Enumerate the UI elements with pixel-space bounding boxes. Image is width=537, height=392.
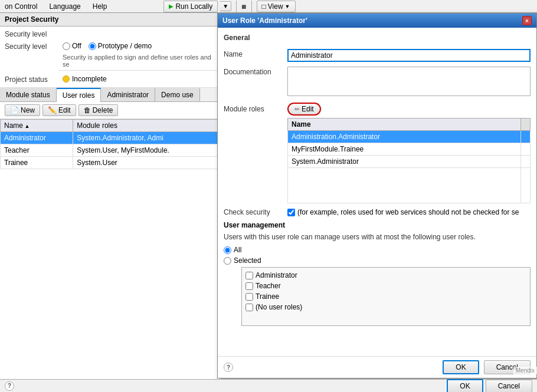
row-name: Administrator bbox=[1, 132, 73, 144]
user-management-section: User management Users with this user rol… bbox=[224, 221, 531, 326]
general-section-title: General bbox=[224, 34, 531, 42]
view-icon: □ bbox=[262, 2, 266, 11]
row-roles: System.Administrator, Admi bbox=[73, 132, 221, 144]
row-name: Trainee bbox=[1, 157, 73, 169]
documentation-field bbox=[287, 67, 531, 98]
check-security-checkbox[interactable] bbox=[287, 209, 295, 216]
role-name: MyFirstModule.Trainee bbox=[288, 143, 521, 156]
edit-label: Edit bbox=[58, 106, 71, 114]
tab-administrator[interactable]: Administrator bbox=[101, 88, 155, 101]
radio-off[interactable]: Off bbox=[63, 42, 81, 50]
security-level-field-label: Security level bbox=[5, 41, 58, 51]
delete-icon: 🗑 bbox=[84, 106, 91, 114]
module-roles-table: Name Administration.Administrator MyFirs… bbox=[287, 118, 531, 203]
radio-all-row: All bbox=[224, 246, 531, 254]
left-panel-bottom-bar: ? bbox=[0, 379, 221, 392]
stop-button[interactable]: ■ bbox=[241, 2, 246, 11]
outer-cancel-button[interactable]: Cancel bbox=[486, 380, 532, 393]
role-name: Administration.Administrator bbox=[288, 131, 521, 143]
checkbox-no-roles-input[interactable] bbox=[245, 304, 253, 311]
run-locally-button[interactable]: ▶ Run Locally bbox=[163, 1, 218, 12]
module-roles-section: Module roles ✏ Edit Name bbox=[224, 103, 531, 203]
new-icon: 📄 bbox=[10, 106, 19, 114]
menu-language[interactable]: Language bbox=[47, 1, 83, 12]
radio-all-input[interactable] bbox=[224, 246, 231, 254]
name-input[interactable] bbox=[287, 49, 531, 62]
project-status-label: Project status bbox=[5, 74, 58, 84]
radio-prototype-label: Prototype / demo bbox=[98, 42, 152, 50]
tab-demo-use[interactable]: Demo use bbox=[155, 88, 200, 101]
project-status-indicator: Incomplete bbox=[63, 75, 107, 83]
tabs: Module status User roles Administrator D… bbox=[0, 88, 221, 102]
dialog-title: User Role 'Administrator' bbox=[222, 17, 307, 25]
menu-help[interactable]: Help bbox=[90, 1, 110, 12]
new-label: New bbox=[21, 106, 35, 114]
view-button[interactable]: □ View ▼ bbox=[257, 1, 296, 12]
checkbox-trainee: Trainee bbox=[245, 292, 526, 301]
row-roles: System.User, MyFirstModule. bbox=[73, 144, 221, 157]
ok-button[interactable]: OK bbox=[443, 360, 479, 374]
name-label: Name bbox=[224, 49, 283, 58]
roles-table-row[interactable]: MyFirstModule.Trainee bbox=[288, 143, 531, 156]
toolbar-separator bbox=[236, 1, 237, 12]
status-dot bbox=[63, 75, 70, 83]
radio-off-label: Off bbox=[72, 42, 81, 50]
toolbar-separator2 bbox=[251, 1, 252, 12]
view-label: View bbox=[268, 2, 283, 11]
edit-button[interactable]: ✏️ Edit bbox=[42, 104, 76, 116]
edit-pencil-icon: ✏ bbox=[294, 106, 300, 113]
name-row: Name bbox=[224, 49, 531, 62]
col-module-roles-header[interactable]: Module roles bbox=[73, 120, 221, 132]
checkbox-no-roles: (No user roles) bbox=[245, 303, 526, 311]
run-dropdown-button[interactable]: ▼ bbox=[220, 1, 231, 11]
checkbox-trainee-input[interactable] bbox=[245, 293, 253, 301]
menu-bar: on Control Language Help ▶ Run Locally ▼… bbox=[0, 0, 537, 13]
dialog-body: General Name Documentation Module roles … bbox=[218, 28, 536, 356]
play-icon: ▶ bbox=[169, 3, 173, 9]
radio-off-input[interactable] bbox=[63, 42, 70, 50]
menu-on-control[interactable]: on Control bbox=[2, 1, 40, 12]
edit-icon: ✏️ bbox=[48, 106, 57, 114]
documentation-label: Documentation bbox=[224, 67, 283, 76]
tab-module-status[interactable]: Module status bbox=[0, 88, 57, 101]
roles-col-scroll bbox=[521, 118, 531, 131]
user-mgmt-title: User management bbox=[224, 221, 531, 229]
module-roles-edit-button[interactable]: ✏ Edit bbox=[287, 103, 321, 116]
user-mgmt-desc: Users with this user role can manage use… bbox=[224, 233, 531, 241]
delete-button[interactable]: 🗑 Delete bbox=[78, 104, 119, 116]
checkbox-administrator-label: Administrator bbox=[256, 271, 297, 279]
help-icon[interactable]: ? bbox=[5, 381, 14, 391]
panel-toolbar: 📄 New ✏️ Edit 🗑 Delete bbox=[0, 102, 221, 119]
roles-table-empty-row bbox=[288, 168, 531, 203]
new-button[interactable]: 📄 New bbox=[5, 104, 40, 116]
checkbox-administrator-input[interactable] bbox=[245, 272, 253, 279]
table-row[interactable]: Teacher System.User, MyFirstModule. bbox=[1, 144, 221, 157]
table-row[interactable]: Administrator System.Administrator, Admi bbox=[1, 132, 221, 144]
role-name: System.Administrator bbox=[288, 156, 521, 168]
users-list: Administrator Teacher Trainee (No user r… bbox=[241, 267, 531, 326]
roles-table-row[interactable]: Administration.Administrator bbox=[288, 131, 531, 143]
checkbox-teacher-input[interactable] bbox=[245, 282, 253, 290]
module-roles-label: Module roles bbox=[224, 103, 283, 113]
run-label: Run Locally bbox=[175, 2, 212, 11]
role-row-filler bbox=[521, 156, 531, 168]
role-row-filler bbox=[521, 143, 531, 156]
security-description: Security is applied to sign and define u… bbox=[58, 52, 221, 71]
radio-prototype-input[interactable] bbox=[89, 42, 96, 50]
project-status-value: Incomplete bbox=[72, 75, 107, 83]
radio-selected-input[interactable] bbox=[224, 257, 231, 265]
dialog-close-button[interactable]: × bbox=[522, 16, 532, 25]
roles-table-row[interactable]: System.Administrator bbox=[288, 156, 531, 168]
documentation-row: Documentation bbox=[224, 67, 531, 98]
table-row[interactable]: Trainee System.User bbox=[1, 157, 221, 169]
check-security-content: (for example, roles used for web service… bbox=[287, 208, 519, 216]
radio-prototype[interactable]: Prototype / demo bbox=[89, 42, 152, 50]
tab-user-roles[interactable]: User roles bbox=[57, 88, 101, 102]
outer-ok-button[interactable]: OK bbox=[447, 379, 483, 393]
left-panel-title: Project Security bbox=[0, 13, 221, 27]
dialog-help-icon[interactable]: ? bbox=[224, 363, 233, 372]
project-status-row: Project status Incomplete bbox=[0, 71, 221, 88]
checkbox-trainee-label: Trainee bbox=[256, 292, 279, 301]
documentation-textarea[interactable] bbox=[287, 67, 531, 96]
col-name-header[interactable]: Name bbox=[1, 120, 73, 132]
